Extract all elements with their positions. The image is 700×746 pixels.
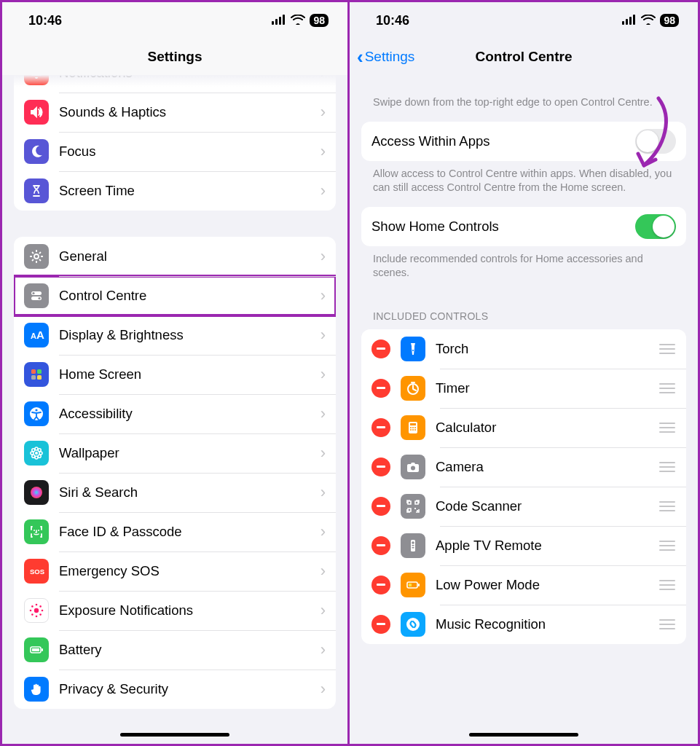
show-home-controls-row[interactable]: Show Home Controls [361,207,686,246]
drag-handle[interactable] [658,619,676,629]
control-row-music-recognition[interactable]: Music Recognition [361,605,686,644]
status-bar: 10:46 98 [2,2,347,39]
remove-button[interactable] [371,615,390,634]
chevron-right-icon: › [320,326,326,345]
control-centre-content[interactable]: Swipe down from the top-right edge to op… [350,75,698,744]
show-home-controls-toggle[interactable] [635,214,676,239]
svg-rect-3 [283,15,285,25]
svg-point-35 [31,605,34,608]
home-indicator[interactable] [469,733,578,737]
svg-point-46 [412,350,414,351]
home-indicator[interactable] [120,733,229,737]
settings-row-battery[interactable]: Battery› [14,630,336,670]
access-within-apps-row[interactable]: Access Within Apps [361,122,686,161]
settings-row-display-brightness[interactable]: AADisplay & Brightness› [14,315,336,355]
siri-icon [24,480,49,505]
svg-point-4 [34,254,39,259]
svg-point-25 [38,455,41,458]
control-row-apple-tv-remote[interactable]: Apple TV Remote [361,526,686,565]
status-time: 10:46 [376,13,409,28]
settings-row-siri-search[interactable]: Siri & Search› [14,473,336,512]
control-centre-settings-screen: 10:46 98 ‹ Settings Control Centre Swipe… [350,0,700,746]
nav-bar: ‹ Settings Control Centre [350,39,698,75]
settings-list[interactable]: Notifications›Sounds & Haptics›Focus›Scr… [2,75,347,744]
status-indicators: 98 [272,13,329,28]
status-bar: 10:46 98 [350,2,698,39]
settings-row-exposure-notifications[interactable]: Exposure Notifications› [14,591,336,630]
remove-button[interactable] [371,536,390,555]
control-row-low-power-mode[interactable]: Low Power Mode [361,565,686,605]
chevron-left-icon: ‹ [357,47,363,66]
control-row-torch[interactable]: Torch [361,329,686,369]
svg-point-22 [32,449,35,452]
row-label: Apple TV Remote [436,538,658,554]
settings-row-face-id-passcode[interactable]: Face ID & Passcode› [14,512,336,551]
drag-handle[interactable] [658,541,676,551]
remove-button[interactable] [371,418,390,437]
svg-point-21 [39,452,42,455]
svg-point-6 [32,292,34,294]
gear-icon [24,244,49,269]
svg-rect-40 [42,648,43,651]
chevron-right-icon: › [320,103,326,122]
drag-handle[interactable] [658,462,676,472]
back-label: Settings [365,49,415,65]
control-row-code-scanner[interactable]: Code Scanner [361,487,686,526]
svg-point-24 [32,455,35,458]
svg-rect-45 [633,15,635,25]
row-label: Accessibility [59,406,320,422]
settings-row-accessibility[interactable]: Accessibility› [14,394,336,433]
row-label: Camera [436,459,658,475]
svg-rect-43 [626,19,628,25]
svg-point-55 [414,429,416,431]
drag-handle[interactable] [658,580,676,590]
drag-handle[interactable] [658,501,676,511]
control-row-timer[interactable]: Timer [361,369,686,408]
remove-button[interactable] [371,576,390,594]
settings-row-focus[interactable]: Focus› [14,132,336,171]
chevron-right-icon: › [320,75,326,82]
svg-point-17 [35,452,38,455]
settings-row-home-screen[interactable]: Home Screen› [14,355,336,394]
svg-point-31 [36,604,38,606]
svg-rect-13 [31,375,36,380]
row-label: Code Scanner [436,498,658,514]
settings-row-screen-time[interactable]: Screen Time› [14,171,336,211]
svg-point-38 [39,613,42,616]
control-row-calculator[interactable]: Calculator [361,408,686,447]
svg-point-30 [34,608,39,613]
chevron-right-icon: › [320,680,326,699]
settings-row-notifications[interactable]: Notifications› [14,75,336,93]
chevron-right-icon: › [320,142,326,161]
settings-row-wallpaper[interactable]: Wallpaper› [14,433,336,473]
svg-rect-62 [412,545,414,546]
chevron-right-icon: › [320,483,326,502]
row-label: Control Centre [59,288,320,304]
chevron-right-icon: › [320,444,326,463]
battery-badge: 98 [310,14,329,27]
drag-handle[interactable] [658,344,676,354]
settings-row-emergency-sos[interactable]: SOSEmergency SOS› [14,551,336,591]
chevron-right-icon: › [320,522,326,541]
settings-row-sounds-haptics[interactable]: Sounds & Haptics› [14,93,336,132]
access-within-apps-toggle[interactable] [635,129,676,154]
svg-rect-65 [418,584,420,586]
page-title: Control Centre [476,49,573,65]
remove-button[interactable] [371,497,390,516]
row-label: General [59,248,320,264]
row-label: Focus [59,144,320,160]
control-row-camera[interactable]: Camera [361,447,686,487]
settings-row-general[interactable]: General› [14,237,336,276]
remove-button[interactable] [371,339,390,358]
settings-screen: 10:46 98 Settings Notifications›Sounds &… [0,0,350,746]
settings-row-privacy-security[interactable]: Privacy & Security› [14,670,336,709]
drag-handle[interactable] [658,383,676,393]
drag-handle[interactable] [658,423,676,433]
chevron-right-icon: › [320,181,326,200]
chevron-right-icon: › [320,247,326,266]
remove-button[interactable] [371,379,390,398]
row-label: Privacy & Security [59,681,320,697]
remove-button[interactable] [371,458,390,476]
settings-row-control-centre[interactable]: Control Centre› [14,276,336,315]
back-button[interactable]: ‹ Settings [357,47,414,66]
